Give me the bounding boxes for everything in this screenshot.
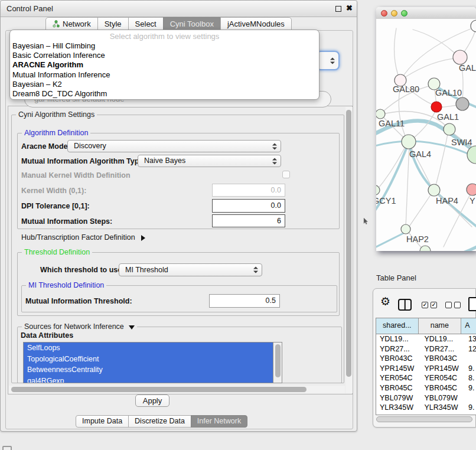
dpi-tolerance-field[interactable]: 0.0 [212, 199, 285, 213]
network-edge[interactable] [435, 131, 448, 190]
network-node[interactable] [402, 135, 416, 149]
network-node[interactable] [444, 123, 455, 135]
table-horizontal-scrollbar[interactable] [376, 416, 474, 422]
network-node[interactable] [401, 224, 410, 234]
table-cell[interactable]: 12 [461, 344, 476, 354]
table-cell[interactable]: YBR045C [376, 383, 419, 393]
table-cell[interactable]: 9. [461, 383, 476, 393]
attribute-list-item[interactable]: SelfLoops [24, 343, 273, 354]
column-header-shared-name[interactable]: shared... [376, 318, 419, 334]
mi-steps-field[interactable]: 6 [212, 214, 285, 227]
table-cell[interactable]: YPR145W [376, 364, 419, 374]
tab-style[interactable]: Style [97, 17, 129, 30]
table-row[interactable]: YIL052CYIL052C9 [376, 413, 476, 415]
network-node[interactable] [420, 246, 431, 251]
table-row[interactable]: YER054CYER054C8. [376, 373, 476, 383]
table-row[interactable]: YBR045CYBR045C9. [376, 383, 476, 393]
close-window-icon[interactable]: ✖ [346, 4, 353, 12]
settings-horizontal-scrollbar[interactable] [9, 386, 345, 393]
table-cell[interactable]: YLR345W [376, 403, 419, 413]
table-row[interactable]: YBR043CYBR043C [376, 354, 476, 364]
vertical-scrollbar-thumb[interactable] [346, 110, 351, 377]
tab-select[interactable]: Select [128, 17, 164, 30]
bottom-left-partial-button[interactable] [2, 446, 12, 450]
table-cell[interactable]: 9 [461, 413, 476, 415]
attributes-scrollbar[interactable] [273, 342, 282, 383]
table-cell[interactable]: YER054C [376, 373, 419, 383]
manual-kernel-checkbox[interactable] [282, 171, 290, 178]
network-edge[interactable] [409, 191, 433, 227]
table-cell[interactable]: YIL052C [376, 413, 419, 415]
algorithm-option[interactable]: Bayesian – K2 [10, 80, 319, 89]
table-cell[interactable]: YER054C [419, 373, 462, 383]
algorithm-option[interactable]: ARACNE Algorithm [10, 60, 319, 70]
algorithm-option[interactable]: Mutual Information Inference [10, 70, 319, 80]
tab-discretize-data[interactable]: Discretize Data [128, 415, 191, 428]
table-cell[interactable]: YBR045C [419, 383, 462, 393]
close-traffic-light[interactable] [381, 10, 387, 17]
tab-network[interactable]: Network [45, 17, 98, 30]
network-edge[interactable] [395, 28, 400, 80]
table-cell[interactable]: YBL079W [419, 393, 462, 403]
tab-infer-network[interactable]: Infer Network [191, 415, 247, 428]
network-edge[interactable] [413, 30, 459, 58]
table-cell[interactable] [461, 393, 476, 403]
attribute-list-item[interactable]: gal4RGexp [24, 376, 273, 384]
table-cell[interactable]: 13 [461, 334, 476, 344]
table-cell[interactable]: YDR27... [376, 344, 419, 354]
algorithm-option[interactable]: Dream8 DC_TDC Algorithm [10, 89, 319, 99]
table-cell[interactable]: YDL19... [376, 334, 419, 344]
sources-group-title[interactable]: Sources for Network Inference [22, 322, 137, 331]
mi-type-combo[interactable]: Naive Bayes [138, 155, 281, 167]
table-scrollbar-thumb[interactable] [376, 416, 472, 422]
network-node[interactable] [431, 102, 442, 112]
hub-definition-expander[interactable]: Hub/Transcription Factor Definition [21, 233, 145, 242]
table-cell[interactable]: YPR145W [419, 364, 462, 374]
network-edge[interactable] [376, 231, 407, 250]
table-cell[interactable] [461, 354, 476, 364]
table-cell[interactable]: YBR043C [376, 354, 419, 364]
table-cell[interactable]: 8. [461, 373, 476, 383]
attribute-list-item[interactable]: TopologicalCoefficient [24, 354, 273, 365]
network-edge[interactable] [376, 144, 408, 219]
algorithm-option[interactable]: Basic Correlation Inference [10, 51, 319, 60]
network-node[interactable] [467, 184, 476, 195]
table-row[interactable]: YDL19...YDL19...13 [376, 334, 476, 344]
horizontal-scrollbar-thumb[interactable] [11, 387, 307, 392]
apply-button[interactable]: Apply [135, 394, 169, 407]
attribute-list-item[interactable]: BetweennessCentrality [24, 364, 273, 376]
network-node[interactable] [428, 184, 440, 196]
network-edge[interactable] [442, 244, 476, 251]
column-header-name[interactable]: name [419, 318, 462, 334]
columns-icon[interactable] [398, 299, 412, 311]
unchecked-checkbox-icon[interactable] [445, 302, 452, 308]
mi-threshold-field[interactable]: 0.5 [209, 294, 280, 308]
table-cell[interactable]: 9. [461, 403, 476, 413]
zoom-traffic-light[interactable] [401, 10, 407, 17]
table-row[interactable]: YDR27...YDR27...12 [376, 344, 476, 354]
table-cell[interactable]: 9. [461, 364, 476, 374]
minimize-traffic-light[interactable] [391, 10, 397, 17]
network-canvas[interactable]: GALGAL80GAL10GAL1GAL11SWI4GAL4GCY1HAP4YH… [376, 19, 476, 251]
unchecked-checkbox-icon[interactable] [454, 302, 461, 308]
table-cell[interactable]: YIL052C [419, 413, 462, 415]
network-node[interactable] [453, 50, 467, 64]
table-cell[interactable]: YLR345W [419, 403, 462, 413]
network-node[interactable] [471, 20, 476, 32]
network-window-titlebar[interactable] [376, 7, 476, 19]
network-edge[interactable] [400, 58, 459, 80]
tab-jactivemnodules[interactable]: jActiveMNodules [220, 17, 292, 30]
tab-cyni-toolbox[interactable]: Cyni Toolbox [163, 17, 221, 30]
kernel-width-field[interactable]: 0.0 [212, 184, 285, 197]
aracne-mode-combo[interactable]: Discovery [67, 140, 281, 152]
table-row[interactable]: YPR145WYPR145W9. [376, 364, 476, 374]
network-node[interactable] [376, 109, 385, 119]
table-cell[interactable]: YBR043C [419, 354, 462, 364]
checked-checkbox-icon[interactable]: ✓ [422, 302, 428, 308]
table-row[interactable]: YBL079WYBL079W [376, 393, 476, 403]
table-cell[interactable]: YBL079W [376, 393, 419, 403]
gear-icon[interactable]: ⚙ [380, 296, 390, 307]
table-cell[interactable]: YDL19... [419, 334, 462, 344]
tab-impute-data[interactable]: Impute Data [76, 415, 129, 428]
table-cell[interactable]: YDR27... [419, 344, 462, 354]
